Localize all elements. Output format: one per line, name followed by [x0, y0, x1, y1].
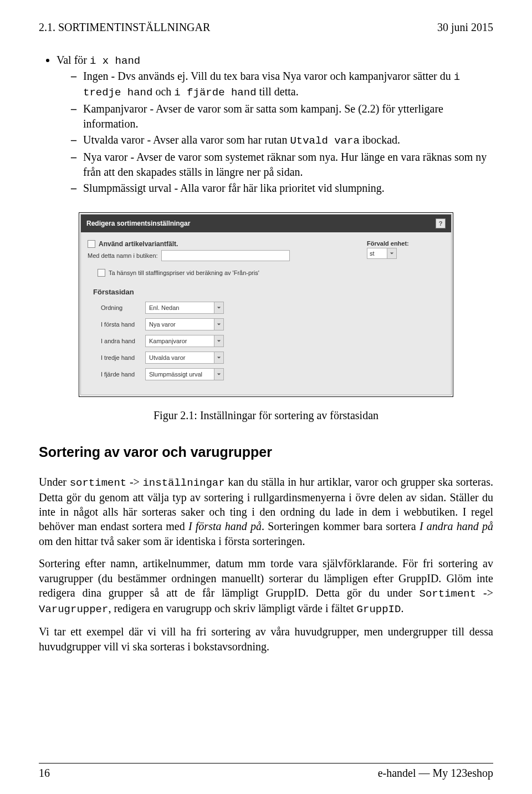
text: om den hittar två saker som är identiska…: [39, 535, 305, 547]
text: Val för: [57, 54, 90, 66]
second-hand-select[interactable]: Kampanjvaror: [145, 335, 224, 347]
list-item: Kampanjvaror - Avser de varor som är sat…: [83, 101, 493, 131]
text: ->: [476, 587, 493, 599]
checkbox-variant-field[interactable]: [88, 240, 95, 248]
row-label: I andra hand: [101, 338, 145, 344]
text: Utvalda varor - Avser alla varor som har…: [83, 134, 290, 146]
section-title: Förstasidan: [93, 288, 444, 296]
list-item: Utvalda varor - Avser alla varor som har…: [83, 133, 493, 149]
help-icon[interactable]: ?: [436, 218, 446, 228]
chevron-down-icon: [214, 302, 223, 313]
ordering-select[interactable]: Enl. Nedan: [145, 302, 224, 314]
text: och: [152, 85, 174, 98]
chevron-down-icon: [214, 319, 223, 330]
list-item: Nya varor - Avser de varor som systemet …: [83, 150, 493, 180]
checkbox-staffling[interactable]: [98, 269, 105, 277]
select-value: Nya varor: [146, 321, 214, 328]
default-unit-label: Förvald enhet:: [367, 240, 444, 247]
paragraph: Sortering efter namn, artikelnummer, dat…: [39, 556, 493, 617]
default-unit-select[interactable]: st: [367, 248, 397, 259]
text: Under: [39, 476, 70, 488]
checkbox-label: Använd artikelvariantfält.: [99, 240, 178, 248]
chevron-down-icon: [214, 369, 223, 380]
select-value: Slumpmässigt urval: [146, 371, 214, 378]
code-text: Varugrupper: [39, 603, 108, 615]
panel-title-bar: Redigera sortimentsinställningar ?: [81, 215, 451, 232]
page-number: 16: [39, 767, 50, 780]
text: ->: [126, 476, 142, 488]
list-item: Val för i x hand Ingen - Dvs används ej.…: [57, 53, 493, 196]
select-value: st: [367, 250, 387, 257]
running-head-left: 2.1. SORTIMENTINSTÄLLNINGAR: [39, 21, 210, 34]
paragraph: Vi tar ett exempel där vi vill ha fri so…: [39, 624, 493, 654]
text: till detta.: [257, 85, 299, 98]
text: , redigera en varugrupp och skriv lämpli…: [108, 602, 356, 614]
text: .: [401, 602, 403, 614]
chevron-down-icon: [387, 248, 396, 258]
fourth-hand-select[interactable]: Slumpmässigt urval: [145, 368, 224, 380]
panel-title: Redigera sortimentsinställningar: [86, 220, 190, 227]
chevron-down-icon: [214, 335, 223, 347]
row-label: Ordning: [101, 304, 145, 311]
select-value: Utvalda varor: [146, 354, 214, 361]
paragraph: Under sortiment -> inställningar kan du …: [39, 475, 493, 549]
italic-text: I andra hand på: [420, 520, 493, 532]
code-text: i fjärde hand: [174, 86, 256, 99]
row-label: I tredje hand: [101, 354, 145, 361]
chevron-down-icon: [214, 352, 223, 363]
first-hand-select[interactable]: Nya varor: [145, 318, 224, 330]
select-value: Enl. Nedan: [146, 304, 214, 311]
text: Ingen - Dvs används ej. Vill du tex bara…: [83, 70, 454, 82]
running-head-right: 30 juni 2015: [437, 21, 493, 34]
code-text: sortiment: [70, 477, 127, 489]
checkbox-label: Ta hänsyn till stafflingspriser vid berä…: [109, 269, 259, 276]
italic-text: I första hand på: [188, 520, 262, 532]
select-value: Kampanjvaror: [146, 338, 214, 344]
code-text: inställningar: [142, 477, 224, 489]
text: . Sorteringen kommer bara sortera: [262, 520, 420, 532]
input-label: Med detta namn i butiken:: [88, 252, 158, 259]
section-heading: Sortering av varor och varugrupper: [39, 444, 493, 460]
row-label: I första hand: [101, 321, 145, 328]
list-item: Ingen - Dvs används ej. Vill du tex bara…: [83, 69, 493, 100]
text: ibockad.: [360, 134, 400, 146]
footer-right: e-handel — My 123eshop: [378, 767, 493, 780]
figure-caption: Figur 2.1: Inställningar för sortering a…: [39, 409, 493, 422]
code-text: Sortiment: [420, 588, 477, 600]
list-item: Slumpmässigt urval - Alla varor får här …: [83, 181, 493, 196]
row-label: I fjärde hand: [101, 371, 145, 378]
code-text: GruppID: [357, 603, 401, 615]
code-text: i x hand: [90, 55, 140, 67]
third-hand-select[interactable]: Utvalda varor: [145, 352, 224, 364]
code-text: Utvald vara: [290, 135, 359, 147]
settings-panel: Redigera sortimentsinställningar ? Använ…: [79, 212, 453, 397]
variant-name-input[interactable]: [161, 250, 290, 261]
